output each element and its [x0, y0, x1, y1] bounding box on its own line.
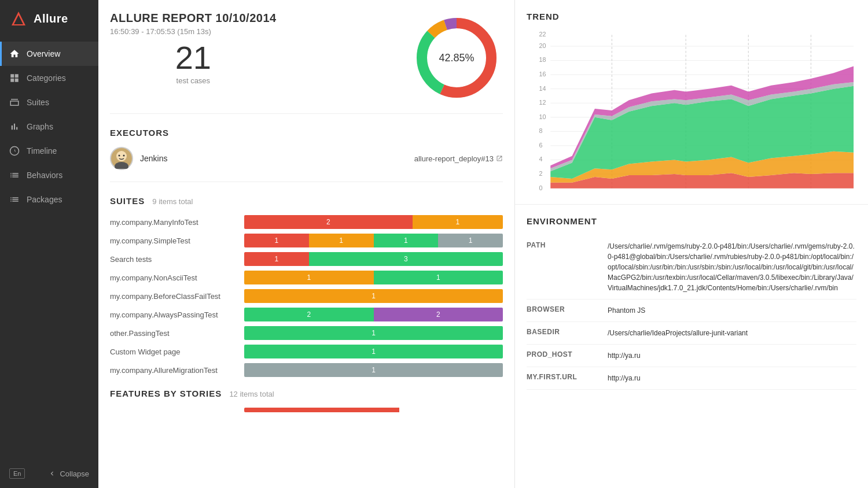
bar-segment-green: 1 [374, 271, 503, 284]
bar-segment-yellow: 1 [244, 289, 503, 303]
trend-chart: 0 2 4 6 8 10 12 14 16 18 20 22 [527, 31, 856, 193]
env-key: PATH [527, 241, 596, 293]
executors-title: EXECUTORS [110, 128, 503, 138]
svg-text:18: 18 [539, 57, 546, 64]
suite-row: my.company.NonAsciiTest 1 1 [110, 271, 503, 284]
trend-section: TREND 0 2 4 6 8 10 12 14 16 18 20 [515, 0, 868, 205]
bar-segment-green: 3 [309, 252, 503, 266]
suite-bar: 1 1 1 1 [244, 234, 503, 247]
sidebar-item-behaviors[interactable]: Behaviors [0, 163, 98, 187]
suite-row: my.company.AlwaysPassingTest 2 2 [110, 308, 503, 321]
suites-section: SUITES 9 items total my.company.ManyInfo… [110, 196, 503, 377]
svg-text:10: 10 [539, 113, 546, 120]
env-value: Phantom JS [608, 305, 645, 316]
svg-text:4: 4 [539, 156, 543, 162]
svg-text:2: 2 [539, 170, 543, 177]
nav-items: Overview Categories Suites Graphs T [0, 37, 98, 459]
bar-segment-red: 1 [244, 252, 309, 266]
sidebar-item-packages[interactable]: Packages [0, 187, 98, 212]
sidebar-item-suites[interactable]: Suites [0, 90, 98, 114]
logo-text: Allure [34, 12, 68, 25]
suite-row: my.company.SimpleTest 1 1 1 1 [110, 234, 503, 247]
sidebar-item-categories[interactable]: Categories [0, 66, 98, 90]
env-row-browser: BROWSER Phantom JS [527, 300, 856, 322]
trend-svg: 0 2 4 6 8 10 12 14 16 18 20 22 [527, 31, 856, 193]
timeline-icon [9, 146, 20, 156]
suite-row: Search tests 1 3 [110, 252, 503, 266]
suite-name[interactable]: Custom Widget page [110, 347, 237, 356]
features-section: FEATURES BY STORIES 12 items total [110, 389, 503, 412]
bar-segment-gray: 1 [244, 363, 503, 377]
suite-bar: 1 [244, 363, 503, 377]
bar-segment-yellow: 1 [413, 215, 503, 229]
executor-name: Jenkins [140, 154, 167, 163]
report-info: ALLURE REPORT 10/10/2014 16:50:39 - 17:0… [110, 12, 277, 85]
bar-segment-yellow: 1 [309, 234, 374, 247]
bar-segment-green: 2 [244, 308, 374, 321]
sidebar-item-graphs[interactable]: Graphs [0, 114, 98, 139]
suite-bar: 2 2 [244, 308, 503, 321]
suite-name[interactable]: my.company.BeforeClassFailTest [110, 292, 237, 301]
test-count-number: 21 [110, 42, 277, 74]
graphs-icon [9, 121, 20, 132]
left-panel: ALLURE REPORT 10/10/2014 16:50:39 - 17:0… [98, 0, 515, 488]
allure-logo-icon [9, 9, 28, 28]
env-row-prodhost: PROD_HOST http://ya.ru [527, 345, 856, 367]
suites-subtitle: 9 items total [152, 197, 193, 206]
executor-avatar [110, 147, 133, 170]
sidebar-bottom: En Collapse [0, 459, 98, 488]
svg-text:6: 6 [539, 142, 543, 149]
report-subtitle: 16:50:39 - 17:05:53 (15m 13s) [110, 27, 277, 36]
suites-title: SUITES 9 items total [110, 196, 503, 206]
bar-segment-purple: 2 [374, 308, 503, 321]
suites-icon [9, 97, 20, 108]
suite-bar: 1 3 [244, 252, 503, 266]
suite-bar: 1 [244, 345, 503, 358]
content-area: ALLURE REPORT 10/10/2014 16:50:39 - 17:0… [98, 0, 868, 488]
svg-point-11 [119, 155, 120, 157]
language-badge[interactable]: En [9, 468, 25, 479]
suite-name[interactable]: my.company.ManyInfoTest [110, 218, 237, 227]
donut-chart: 42.85% [410, 12, 503, 104]
test-count-block: 21 test cases [110, 42, 277, 85]
feature-bar [244, 408, 503, 412]
right-panel: TREND 0 2 4 6 8 10 12 14 16 18 20 [515, 0, 868, 488]
suite-bar: 1 [244, 326, 503, 340]
bar-segment-red: 2 [244, 215, 413, 229]
env-key: PROD_HOST [527, 350, 596, 361]
packages-icon [9, 194, 20, 205]
bar-segment-red: 1 [244, 234, 309, 247]
suite-name[interactable]: my.company.SimpleTest [110, 236, 237, 245]
home-icon [9, 49, 20, 59]
suite-row: other.PassingTest 1 [110, 326, 503, 340]
env-key: BROWSER [527, 305, 596, 316]
suite-name[interactable]: Search tests [110, 255, 237, 264]
executor-info: Jenkins [110, 147, 167, 170]
bar-segment-green: 1 [374, 234, 439, 247]
suite-name[interactable]: my.company.AlwaysPassingTest [110, 310, 237, 319]
svg-point-9 [116, 151, 127, 161]
svg-point-12 [123, 155, 125, 157]
behaviors-icon [9, 170, 20, 180]
env-key: BASEDIR [527, 328, 596, 338]
suite-name[interactable]: other.PassingTest [110, 329, 237, 338]
sidebar-header: Allure [0, 0, 98, 37]
environment-section: ENVIRONMENT PATH /Users/charlie/.rvm/gem… [515, 205, 868, 401]
external-link-icon [496, 155, 503, 162]
feature-row [110, 408, 503, 412]
suite-row: my.company.BeforeClassFailTest 1 [110, 289, 503, 303]
env-row-path: PATH /Users/charlie/.rvm/gems/ruby-2.0.0… [527, 235, 856, 300]
env-key: my.first.url [527, 373, 596, 383]
env-value: /Users/charlie/.rvm/gems/ruby-2.0.0-p481… [608, 241, 856, 293]
suite-name[interactable]: my.company.NonAsciiTest [110, 273, 237, 282]
suite-row: my.company.AllureMigrationTest 1 [110, 363, 503, 377]
sidebar: Allure Overview Categories Suites Graphs [0, 0, 98, 488]
bar-segment-green: 1 [244, 345, 503, 358]
sidebar-item-timeline[interactable]: Timeline [0, 139, 98, 163]
features-subtitle: 12 items total [229, 390, 274, 398]
executor-link[interactable]: allure-report_deploy#13 [414, 154, 503, 163]
collapse-button[interactable]: Collapse [48, 469, 89, 478]
suite-name[interactable]: my.company.AllureMigrationTest [110, 366, 237, 375]
sidebar-item-overview[interactable]: Overview [0, 42, 98, 66]
env-row-firsturl: my.first.url http://ya.ru [527, 367, 856, 390]
